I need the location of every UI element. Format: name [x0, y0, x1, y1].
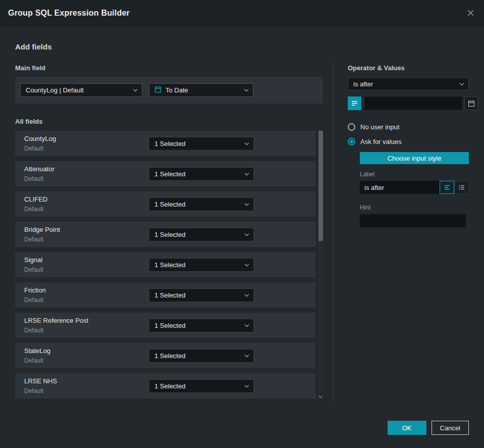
chevron-down-icon [245, 322, 249, 326]
field-subtitle: Default [24, 175, 149, 182]
date-type-select[interactable]: To Date [149, 83, 253, 97]
chevron-down-icon [133, 87, 137, 91]
scrollbar-thumb[interactable] [318, 131, 323, 241]
choose-input-style-button[interactable]: Choose input style [360, 152, 469, 164]
calendar-icon [468, 100, 475, 107]
operator-values-column: Operator & Values is after [348, 60, 469, 404]
field-subtitle: Default [24, 266, 149, 273]
radio-no-user-input[interactable]: No user input [348, 123, 469, 131]
align-left-icon [444, 184, 451, 191]
dialog-header: Group SQL Expression Builder [0, 0, 484, 26]
field-row: Friction Default 1 Selected [15, 282, 315, 308]
field-values-select[interactable]: 1 Selected [149, 258, 254, 272]
field-name: CountyLog [24, 135, 149, 142]
field-values-select[interactable]: 1 Selected [149, 167, 254, 181]
field-values-select[interactable]: 1 Selected [149, 349, 254, 363]
chevron-down-icon [245, 262, 249, 266]
field-values-select-value: 1 Selected [154, 322, 185, 329]
hint-caption: Hint [360, 204, 469, 211]
field-values-select-value: 1 Selected [154, 170, 185, 178]
all-fields-heading: All fields [15, 118, 323, 125]
field-row: LRSE Reference Post Default 1 Selected [15, 313, 315, 338]
field-values-select[interactable]: 1 Selected [149, 379, 254, 393]
cancel-button[interactable]: Cancel [432, 421, 469, 435]
dialog-content: Add fields Main field CountyLog | Defaul… [0, 42, 484, 404]
field-name: CLIFED [24, 195, 149, 203]
fields-column: Main field CountyLog | Default [15, 60, 323, 404]
hint-input[interactable] [360, 214, 466, 227]
radio-ask-for-values[interactable]: Ask for values [348, 138, 469, 145]
radio-unselected-icon [348, 123, 355, 131]
field-values-select-value: 1 Selected [154, 261, 185, 269]
label-caption: Label [360, 171, 469, 178]
chevron-down-icon [245, 353, 249, 357]
operator-select-value: is after [353, 80, 373, 88]
field-subtitle: Default [24, 206, 149, 213]
field-values-select-value: 1 Selected [154, 352, 185, 360]
main-field-select[interactable]: CountyLog | Default [20, 83, 142, 97]
field-row: LRSE NHS Default 1 Selected [15, 373, 315, 399]
operator-select[interactable]: is after [348, 77, 469, 90]
list-icon [458, 184, 465, 191]
radio-no-user-input-label: No user input [360, 123, 399, 131]
scroll-down-arrow-icon[interactable] [318, 394, 322, 398]
field-subtitle: Default [24, 387, 149, 394]
field-row: Attenuator Default 1 Selected [15, 161, 315, 186]
field-name: LRSE NHS [24, 377, 149, 385]
operator-values-heading: Operator & Values [348, 64, 469, 72]
calendar-icon [154, 86, 162, 94]
field-values-select[interactable]: 1 Selected [149, 228, 254, 241]
field-name: StateLog [24, 347, 149, 355]
field-name: Friction [24, 286, 149, 294]
all-fields-list: CountyLog Default 1 Selected Attenuator … [15, 131, 323, 399]
single-input-style-button[interactable] [440, 181, 454, 194]
chevron-down-icon [245, 171, 249, 175]
column-divider [333, 60, 334, 404]
add-fields-heading: Add fields [15, 42, 469, 51]
chevron-down-icon [245, 201, 249, 205]
dialog-title: Group SQL Expression Builder [8, 9, 130, 18]
field-values-select-value: 1 Selected [154, 291, 185, 299]
value-row [348, 96, 469, 110]
field-row: CLIFED Default 1 Selected [15, 191, 315, 217]
ok-button[interactable]: OK [388, 421, 426, 435]
radio-ask-for-values-label: Ask for values [360, 138, 402, 145]
chevron-down-icon [245, 383, 249, 387]
chevron-down-icon [244, 87, 248, 91]
label-row [360, 181, 469, 194]
field-subtitle: Default [24, 296, 149, 304]
field-values-select[interactable]: 1 Selected [149, 288, 254, 302]
field-values-select[interactable]: 1 Selected [149, 137, 254, 151]
fields-list-scrollbar[interactable] [318, 131, 323, 399]
chevron-down-icon [460, 81, 464, 85]
field-name: Attenuator [24, 165, 149, 173]
label-input[interactable] [360, 181, 440, 194]
field-row: Bridge Point Default 1 Selected [15, 222, 315, 247]
chevron-down-icon [245, 140, 249, 144]
field-row: StateLog Default 1 Selected [15, 343, 315, 368]
group-sql-expression-builder-dialog: Group SQL Expression Builder Add fields … [0, 0, 484, 448]
field-values-select-value: 1 Selected [154, 231, 185, 238]
field-values-select[interactable]: 1 Selected [149, 319, 254, 332]
chevron-down-icon [245, 231, 249, 235]
date-picker-button[interactable] [464, 96, 478, 110]
value-source-toggle-button[interactable] [348, 96, 361, 110]
date-type-select-value: To Date [166, 86, 188, 94]
dialog-footer: OK Cancel [388, 421, 469, 435]
chevron-down-icon [245, 292, 249, 296]
main-field-panel: CountyLog | Default To Date [15, 77, 323, 104]
field-subtitle: Default [24, 145, 149, 152]
field-values-select-value: 1 Selected [154, 140, 185, 147]
field-subtitle: Default [24, 327, 149, 334]
field-name: LRSE Reference Post [24, 317, 149, 324]
field-name: Bridge Point [24, 226, 149, 233]
ask-for-values-options: Choose input style Label [360, 152, 469, 227]
list-input-style-button[interactable] [454, 181, 469, 194]
field-subtitle: Default [24, 236, 149, 243]
field-row: CountyLog Default 1 Selected [15, 131, 315, 156]
field-values-select[interactable]: 1 Selected [149, 197, 254, 211]
field-name: Signal [24, 256, 149, 264]
value-input[interactable] [364, 96, 462, 110]
main-field-select-value: CountyLog | Default [26, 86, 84, 94]
close-icon[interactable] [466, 9, 475, 17]
